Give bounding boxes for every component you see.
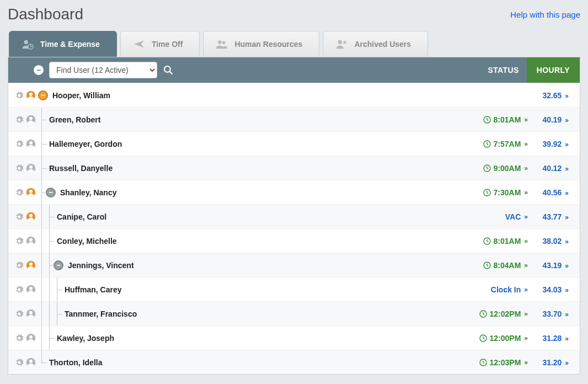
user-name[interactable]: Conley, Michelle	[57, 237, 117, 246]
person-icon[interactable]	[26, 115, 36, 125]
tab-human-resources[interactable]: Human Resources	[203, 31, 319, 57]
status-cell[interactable]: 8:01AM»	[462, 237, 528, 246]
status-cell[interactable]: 12:02PM»	[462, 310, 528, 318]
tab-archived-users[interactable]: Archived Users	[323, 31, 428, 57]
collapse-toggle[interactable]: −	[46, 188, 56, 198]
user-name[interactable]: Hallemeyer, Gordon	[49, 140, 122, 148]
status-cell[interactable]: 7:57AM»	[462, 140, 528, 148]
gear-icon[interactable]	[15, 91, 24, 100]
help-link[interactable]: Help with this page	[510, 10, 580, 19]
user-name[interactable]: Huffman, Carey	[65, 285, 121, 294]
tab-time-off[interactable]: Time Off	[120, 31, 200, 57]
row-icons	[15, 188, 38, 198]
collapse-all-button[interactable]: −	[34, 65, 44, 75]
person-icon[interactable]	[26, 333, 36, 343]
find-user-select[interactable]: Find User (12 Active)	[49, 62, 157, 78]
tree-lines	[38, 156, 46, 180]
user-name[interactable]: Kawley, Joseph	[57, 334, 114, 343]
user-name[interactable]: Canipe, Carol	[57, 212, 106, 221]
clock-icon	[483, 140, 491, 148]
person-icon[interactable]	[26, 309, 36, 319]
tab-label: Time & Expense	[40, 40, 100, 49]
person-icon[interactable]	[26, 358, 36, 367]
status-cell[interactable]: 8:04AM»	[462, 261, 528, 270]
svg-point-35	[29, 335, 33, 338]
tree-lines	[38, 229, 54, 253]
status-cell[interactable]: 12:00PM»	[462, 334, 528, 343]
status-time: 8:01AM	[494, 115, 521, 124]
chevron-right-icon: »	[524, 310, 528, 318]
clock-icon	[479, 334, 488, 343]
status-cell[interactable]: 7:30AM»	[462, 188, 528, 197]
gear-icon[interactable]	[15, 212, 24, 221]
status-link[interactable]: Clock In	[491, 285, 521, 294]
status-time: 9:00AM	[494, 164, 521, 173]
hourly-value[interactable]: 33.70 »	[528, 310, 569, 318]
status-link[interactable]: VAC	[505, 212, 521, 221]
collapse-toggle[interactable]: −	[38, 90, 48, 100]
hourly-value[interactable]: 40.12 »	[528, 164, 569, 173]
gear-icon[interactable]	[15, 261, 24, 270]
gear-icon[interactable]	[15, 140, 24, 148]
svg-point-30	[29, 286, 33, 290]
tree-lines	[38, 180, 46, 204]
status-cell[interactable]: 8:01AM»	[462, 115, 528, 124]
gear-icon[interactable]	[15, 285, 24, 294]
person-icon[interactable]	[26, 188, 36, 198]
chevron-right-icon: »	[524, 140, 528, 148]
chevron-right-icon: »	[565, 359, 569, 367]
person-icon[interactable]	[26, 260, 36, 270]
user-name[interactable]: Green, Robert	[49, 115, 100, 124]
hourly-value[interactable]: 31.28 »	[528, 334, 569, 343]
tree-lines	[38, 350, 46, 374]
tab-label: Human Resources	[234, 40, 302, 49]
gear-icon[interactable]	[15, 237, 24, 246]
gear-icon[interactable]	[15, 310, 24, 318]
tree-lines	[38, 302, 61, 326]
person-icon[interactable]	[26, 285, 36, 295]
search-icon[interactable]	[163, 65, 174, 76]
gear-icon[interactable]	[15, 188, 24, 197]
gear-icon[interactable]	[15, 358, 24, 367]
user-name[interactable]: Jennings, Vincent	[68, 261, 134, 270]
status-cell[interactable]: Clock In»	[462, 285, 528, 294]
hourly-value[interactable]: 43.77 »	[528, 212, 569, 221]
person-icon[interactable]	[26, 163, 36, 173]
tree-cell: Conley, Michelle	[38, 229, 462, 253]
person-icon[interactable]	[26, 236, 36, 246]
user-row: Huffman, CareyClock In»34.03 »	[8, 277, 580, 301]
status-cell[interactable]: VAC»	[462, 212, 528, 221]
gear-icon[interactable]	[15, 334, 24, 343]
hourly-value[interactable]: 34.03 »	[528, 285, 569, 294]
hourly-value[interactable]: 40.56 »	[528, 188, 569, 197]
tab-time-expense[interactable]: Time & Expense	[9, 31, 117, 57]
hourly-value[interactable]: 43.19 »	[528, 261, 569, 270]
user-name[interactable]: Russell, Danyelle	[49, 164, 113, 173]
chevron-right-icon: »	[524, 359, 528, 366]
chevron-right-icon: »	[565, 165, 569, 173]
person-icon[interactable]	[26, 139, 36, 149]
user-name[interactable]: Tannmer, Francisco	[65, 310, 137, 318]
user-rows: −Hooper, William32.65 »Green, Robert8:01…	[8, 83, 580, 374]
gear-icon[interactable]	[15, 115, 24, 124]
tree-lines	[38, 253, 54, 277]
person-icon[interactable]	[26, 212, 36, 222]
svg-point-16	[29, 165, 33, 168]
hourly-value[interactable]: 38.02 »	[528, 237, 569, 246]
hourly-value[interactable]: 39.92 »	[528, 140, 569, 148]
collapse-toggle[interactable]: −	[54, 260, 63, 270]
column-header-hourly[interactable]: HOURLY	[527, 57, 580, 83]
user-name[interactable]: Thorton, Idella	[49, 358, 102, 367]
person-icon[interactable]	[26, 90, 36, 100]
status-cell[interactable]: 9:00AM»	[462, 164, 528, 173]
hourly-value[interactable]: 32.65 »	[528, 91, 569, 100]
tree-cell: Thorton, Idella	[38, 350, 462, 374]
hourly-value[interactable]: 31.20 »	[528, 358, 569, 367]
user-name[interactable]: Shanley, Nancy	[60, 188, 116, 197]
person-x-icon	[335, 38, 348, 50]
tab-label: Time Off	[152, 40, 183, 49]
status-cell[interactable]: 12:03PM»	[462, 358, 528, 367]
gear-icon[interactable]	[15, 164, 24, 173]
user-name[interactable]: Hooper, William	[52, 91, 110, 100]
hourly-value[interactable]: 40.19 »	[528, 115, 569, 124]
